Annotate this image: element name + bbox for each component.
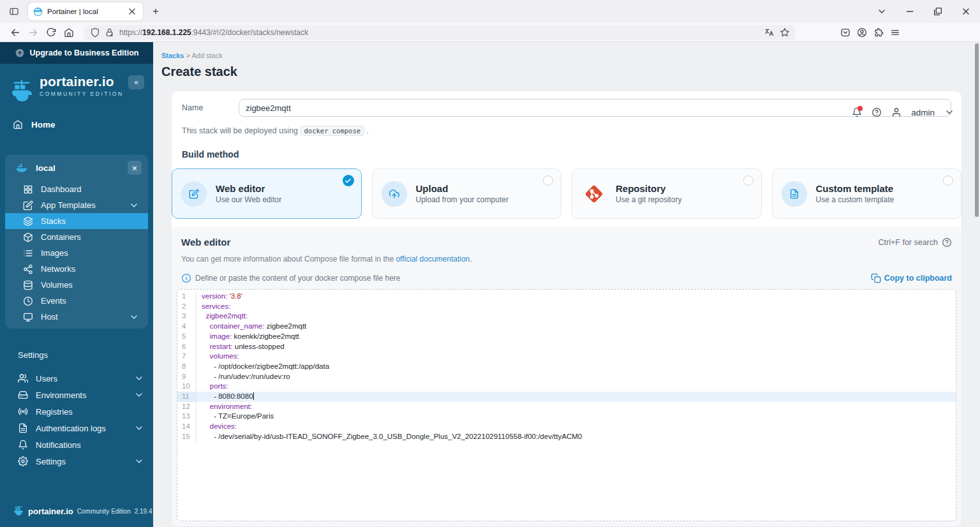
forward-button[interactable] [24,25,42,40]
minimize-button[interactable] [896,0,924,23]
selected-check-icon [343,175,354,186]
registries-icon [18,406,28,417]
notifications-bell-icon[interactable] [852,107,862,117]
build-method-web-editor[interactable]: Web editorUse our Web editor [172,168,362,219]
editor-line-6[interactable]: 6 restart: unless-stopped [177,342,956,352]
deploy-note: This stack will be deployed using docker… [172,117,961,135]
tab-close-icon[interactable] [126,6,138,17]
search-help-icon[interactable] [942,237,952,248]
sidebar-item-notifications[interactable]: Notifications [0,436,153,453]
sidebar-item-label: App Templates [41,200,96,210]
build-method-custom-template[interactable]: Custom templateUse a custom template [772,168,962,219]
chevron-down-icon [134,373,144,383]
editor-line-13[interactable]: 13 - TZ=Europe/Paris [177,412,956,422]
official-documentation-link[interactable]: official documentation. [396,255,471,264]
line-number: 6 [177,342,197,352]
user-icon[interactable] [891,107,902,117]
sidebar-item-label: Events [41,296,66,306]
sidebar-item-home[interactable]: Home [0,115,153,134]
sidebar-item-host[interactable]: Host [5,309,148,325]
editor-line-15[interactable]: 15 - /dev/serial/by-id/usb-ITEAD_SONOFF_… [177,432,956,442]
url-toolbar: https://192.168.1.225:9443/#!/2/docker/s… [0,23,980,42]
close-button[interactable] [952,0,980,23]
sidebar-item-dashboard[interactable]: Dashboard [5,181,148,197]
editor-line-12[interactable]: 12 environment: [177,402,956,412]
sidebar-item-authentication-logs[interactable]: Authentication logs [0,420,153,436]
browser-tab[interactable]: Portainer | local [28,3,143,20]
radio-unselected[interactable] [943,175,953,186]
help-icon[interactable] [872,107,882,117]
bookmark-star-icon[interactable] [780,27,790,38]
page-scrollbar[interactable] [974,42,979,527]
sidebar: Upgrade to Business Edition portainer.io… [0,42,153,527]
docker-whale-icon [15,161,28,174]
lock-warning-icon[interactable] [105,27,115,38]
editor-line-3[interactable]: 3 zigbee2mqtt: [177,311,956,322]
sidebar-item-networks[interactable]: Networks [5,261,148,277]
card-subtitle: Use a git repository [616,195,681,204]
editor-line-2[interactable]: 2services: [177,302,956,312]
line-number: 13 [177,412,197,422]
events-icon [23,296,33,306]
editor-line-5[interactable]: 5 image: koenkk/zigbee2mqtt [177,332,956,342]
back-button[interactable] [6,25,24,40]
scrollbar-thumb[interactable] [975,43,979,217]
sidebar-item-environments[interactable]: Environments [0,387,153,403]
home-button[interactable] [60,25,78,40]
create-stack-panel: Name This stack will be deployed using d… [171,91,962,527]
stack-name-input[interactable] [239,99,951,117]
user-menu-label[interactable]: admin [911,108,935,117]
sidebar-item-events[interactable]: Events [5,293,148,309]
sidebar-item-app-templates[interactable]: App Templates [5,197,148,213]
reload-button[interactable] [42,25,60,40]
volumes-icon [23,280,33,290]
extensions-icon[interactable] [873,27,884,38]
environment-header[interactable]: local × [5,154,148,181]
sidebar-collapse-button[interactable]: « [128,75,144,89]
sidebar-item-stacks[interactable]: Stacks [5,213,148,229]
breadcrumb-current: Add stack [191,52,222,59]
new-tab-button[interactable]: + [147,3,165,20]
radio-unselected[interactable] [743,175,754,186]
sidebar-item-users[interactable]: Users [0,370,153,387]
build-method-repository[interactable]: RepositoryUse a git repository [572,168,762,219]
editor-line-10[interactable]: 10 ports: [177,382,956,392]
account-icon[interactable] [857,27,867,38]
shield-icon[interactable] [90,27,100,38]
editor-line-14[interactable]: 14 devices: [177,422,956,432]
editor-line-8[interactable]: 8 - /opt/docker/zigbee2mqtt:/app/data [177,362,956,372]
pocket-icon[interactable] [840,27,850,38]
arrow-up-circle-icon [15,48,25,58]
chevron-down-icon[interactable] [944,107,954,117]
build-method-upload[interactable]: UploadUpload from your computer [372,168,562,219]
line-number: 1 [177,292,197,302]
editor-line-7[interactable]: 7 volumes: [177,352,956,362]
restore-button[interactable] [924,0,952,23]
copy-to-clipboard-button[interactable]: Copy to clipboard [871,273,952,283]
translate-icon[interactable] [764,27,775,38]
breadcrumb-stacks-link[interactable]: Stacks [161,52,184,59]
chevron-down-icon [134,390,144,400]
environment-close-icon[interactable]: × [128,161,142,175]
editor-line-4[interactable]: 4 container_name: zigbee2mqtt [177,322,956,332]
editor-line-1[interactable]: 1version: '3.8' [177,292,956,302]
sidebar-item-registries[interactable]: Registries [0,403,153,420]
sidebar-item-label: Authentication logs [36,424,106,433]
compose-editor[interactable]: 1version: '3.8'2services:3 zigbee2mqtt:4… [177,289,956,521]
sidebar-item-volumes[interactable]: Volumes [5,277,148,293]
list-tabs-chevron-icon[interactable] [868,0,896,23]
card-subtitle: Upload from your computer [416,195,509,204]
sidebar-item-containers[interactable]: Containers [5,229,148,245]
upgrade-banner[interactable]: Upgrade to Business Edition [0,42,153,64]
sidebar-item-label: Images [41,248,68,258]
menu-icon[interactable] [890,27,900,38]
copy-icon [871,273,881,283]
editor-line-11[interactable]: 11 - 8080:8080 [177,392,956,402]
firefox-view-icon[interactable] [5,3,23,20]
sidebar-item-settings[interactable]: Settings [0,453,153,470]
url-field[interactable]: https://192.168.1.225:9443/#!/2/docker/s… [84,25,796,40]
radio-unselected[interactable] [543,175,553,186]
editor-line-9[interactable]: 9 - /run/udev:/run/udev:ro [177,372,956,382]
line-number: 7 [177,352,197,362]
sidebar-item-images[interactable]: Images [5,245,148,261]
